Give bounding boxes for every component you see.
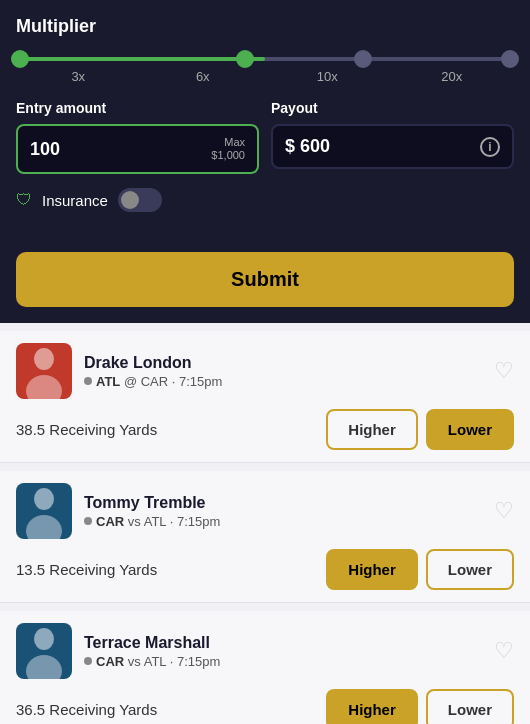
player-stat-row: 36.5 Receiving Yards Higher Lower: [16, 689, 514, 724]
team-text: ATL @ CAR · 7:15pm: [96, 374, 222, 389]
slider-thumb-2[interactable]: [236, 50, 254, 68]
info-icon[interactable]: i: [480, 137, 500, 157]
payout-label: Payout: [271, 100, 514, 116]
higher-button[interactable]: Higher: [326, 409, 418, 450]
team-text: CAR vs ATL · 7:15pm: [96, 654, 220, 669]
player-left: Drake London ATL @ CAR · 7:15pm: [16, 343, 222, 399]
avatar: [16, 483, 72, 539]
team-dot: [84, 657, 92, 665]
player-name: Tommy Tremble: [84, 494, 220, 512]
btn-group: Higher Lower: [326, 549, 514, 590]
slider-label-3x: 3x: [16, 69, 141, 84]
player-header: Drake London ATL @ CAR · 7:15pm ♡: [16, 343, 514, 399]
entry-payout-row: Entry amount Max $1,000 Payout $ 600 i: [16, 100, 514, 174]
payout-value: $ 600: [285, 136, 330, 157]
multiplier-title: Multiplier: [16, 16, 514, 37]
higher-button[interactable]: Higher: [326, 549, 418, 590]
player-name: Drake London: [84, 354, 222, 372]
player-card: Terrace Marshall CAR vs ATL · 7:15pm ♡ 3…: [0, 611, 530, 724]
player-header: Terrace Marshall CAR vs ATL · 7:15pm ♡: [16, 623, 514, 679]
slider-thumb-4[interactable]: [501, 50, 519, 68]
player-team: CAR vs ATL · 7:15pm: [84, 654, 220, 669]
team-text: CAR vs ATL · 7:15pm: [96, 514, 220, 529]
heart-icon[interactable]: ♡: [494, 638, 514, 664]
avatar: [16, 343, 72, 399]
entry-input[interactable]: [30, 139, 159, 160]
player-info: Terrace Marshall CAR vs ATL · 7:15pm: [84, 634, 220, 669]
player-name: Terrace Marshall: [84, 634, 220, 652]
lower-button[interactable]: Lower: [426, 409, 514, 450]
player-header: Tommy Tremble CAR vs ATL · 7:15pm ♡: [16, 483, 514, 539]
svg-point-5: [26, 655, 62, 679]
player-stat-row: 13.5 Receiving Yards Higher Lower: [16, 549, 514, 590]
insurance-label: Insurance: [42, 192, 108, 209]
players-section: Drake London ATL @ CAR · 7:15pm ♡ 38.5 R…: [0, 323, 530, 724]
svg-point-4: [34, 628, 54, 650]
player-stat-row: 38.5 Receiving Yards Higher Lower: [16, 409, 514, 450]
shield-icon: 🛡: [16, 191, 32, 209]
entry-label: Entry amount: [16, 100, 259, 116]
entry-group: Entry amount Max $1,000: [16, 100, 259, 174]
player-card: Drake London ATL @ CAR · 7:15pm ♡ 38.5 R…: [0, 331, 530, 463]
stat-label: 36.5 Receiving Yards: [16, 701, 157, 718]
stat-label: 38.5 Receiving Yards: [16, 421, 157, 438]
insurance-toggle[interactable]: [118, 188, 162, 212]
toggle-knob: [121, 191, 139, 209]
avatar: [16, 623, 72, 679]
submit-button[interactable]: Submit: [16, 252, 514, 307]
team-dot: [84, 517, 92, 525]
team-dot: [84, 377, 92, 385]
payout-group: Payout $ 600 i: [271, 100, 514, 169]
btn-group: Higher Lower: [326, 409, 514, 450]
slider-label-10x: 10x: [265, 69, 390, 84]
top-panel: Multiplier 3x 6x 10x 20x Entry amount: [0, 0, 530, 307]
player-team: ATL @ CAR · 7:15pm: [84, 374, 222, 389]
lower-button[interactable]: Lower: [426, 689, 514, 724]
player-info: Drake London ATL @ CAR · 7:15pm: [84, 354, 222, 389]
btn-group: Higher Lower: [326, 689, 514, 724]
slider-fill: [20, 57, 265, 61]
svg-point-3: [26, 515, 62, 539]
player-left: Terrace Marshall CAR vs ATL · 7:15pm: [16, 623, 220, 679]
player-card: Tommy Tremble CAR vs ATL · 7:15pm ♡ 13.5…: [0, 471, 530, 603]
player-team: CAR vs ATL · 7:15pm: [84, 514, 220, 529]
slider-thumb-3[interactable]: [354, 50, 372, 68]
payout-box: $ 600 i: [271, 124, 514, 169]
svg-point-1: [26, 375, 62, 399]
svg-point-2: [34, 488, 54, 510]
entry-input-wrapper: Max $1,000: [16, 124, 259, 174]
heart-icon[interactable]: ♡: [494, 498, 514, 524]
slider-thumb-1[interactable]: [11, 50, 29, 68]
team-abbr: CAR: [96, 654, 124, 669]
higher-button[interactable]: Higher: [326, 689, 418, 724]
team-abbr: CAR: [96, 514, 124, 529]
slider-labels: 3x 6x 10x 20x: [16, 69, 514, 84]
heart-icon[interactable]: ♡: [494, 358, 514, 384]
max-label: Max $1,000: [211, 136, 245, 162]
multiplier-slider[interactable]: [16, 57, 514, 61]
insurance-row: 🛡 Insurance: [16, 188, 514, 212]
slider-track: [20, 57, 510, 61]
lower-button[interactable]: Lower: [426, 549, 514, 590]
player-left: Tommy Tremble CAR vs ATL · 7:15pm: [16, 483, 220, 539]
svg-point-0: [34, 348, 54, 370]
slider-label-20x: 20x: [390, 69, 515, 84]
slider-label-6x: 6x: [141, 69, 266, 84]
player-info: Tommy Tremble CAR vs ATL · 7:15pm: [84, 494, 220, 529]
stat-label: 13.5 Receiving Yards: [16, 561, 157, 578]
team-abbr: ATL: [96, 374, 120, 389]
